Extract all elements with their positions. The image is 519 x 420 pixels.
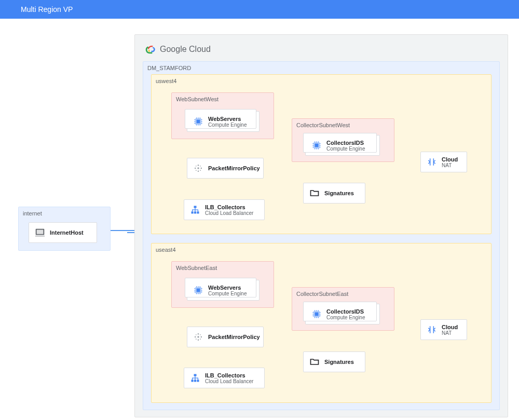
- svg-rect-12: [192, 211, 194, 213]
- svg-point-20: [198, 333, 199, 335]
- svg-rect-18: [197, 289, 200, 292]
- west-collectors: CollectorsIDS Compute Engine: [305, 135, 380, 156]
- load-balancer-icon: [189, 204, 201, 215]
- east-webservers-sub: Compute Engine: [208, 291, 247, 296]
- east-ilb-title: ILB_Collectors: [205, 372, 253, 378]
- east-signatures: Signatures: [303, 351, 365, 372]
- region-west-name: uswest4: [156, 78, 176, 84]
- internet-host-title: InternetHost: [50, 229, 84, 236]
- compute-engine-icon: [311, 308, 322, 320]
- svg-point-8: [200, 166, 201, 167]
- svg-rect-13: [194, 211, 196, 213]
- collector-subnet-east-name: CollectorSubnetEast: [296, 291, 348, 297]
- svg-point-9: [196, 170, 197, 171]
- load-balancer-icon: [189, 372, 201, 384]
- svg-rect-28: [194, 374, 197, 376]
- west-packet-mirror: PacketMirrorPolicy: [187, 158, 264, 179]
- compute-engine-icon: [193, 284, 204, 296]
- svg-point-26: [196, 338, 197, 340]
- google-cloud-logo: Google Cloud: [145, 44, 211, 55]
- compute-engine-icon: [193, 116, 204, 127]
- west-webservers-sub: Compute Engine: [208, 122, 247, 128]
- vpc-name: DM_STAMFORD: [147, 65, 191, 71]
- east-ilb-sub: Cloud Load Balancer: [205, 378, 253, 384]
- svg-point-10: [200, 170, 201, 171]
- west-nat-sub: NAT: [442, 162, 458, 168]
- gcloud-icon: [145, 44, 157, 55]
- internet-label: internet: [23, 210, 42, 216]
- svg-point-5: [195, 168, 196, 169]
- east-collectors: CollectorsIDS Compute Engine: [305, 304, 380, 324]
- east-packet-mirror-title: PacketMirrorPolicy: [208, 334, 260, 340]
- page-header: Multi Region VP: [0, 0, 519, 19]
- svg-point-24: [196, 334, 197, 335]
- svg-point-21: [198, 340, 199, 341]
- svg-rect-11: [194, 206, 197, 208]
- svg-rect-30: [194, 380, 196, 382]
- east-webservers: WebServers Compute Engine: [187, 280, 260, 301]
- svg-point-3: [198, 165, 199, 166]
- folder-icon: [309, 356, 320, 368]
- west-ilb: ILB_Collectors Cloud Load Balancer: [184, 199, 265, 220]
- diagram-canvas: Google Cloud DM_STAMFORD internet Intern…: [0, 19, 519, 420]
- west-webservers-title: WebServers: [208, 116, 247, 122]
- svg-point-22: [195, 336, 196, 338]
- svg-rect-31: [197, 380, 199, 382]
- svg-point-19: [197, 336, 199, 337]
- east-ilb: ILB_Collectors Cloud Load Balancer: [184, 368, 265, 388]
- region-east-name: useast4: [156, 247, 176, 253]
- svg-rect-1: [197, 120, 200, 124]
- east-nat-title: Cloud: [442, 324, 458, 330]
- packet-mirror-icon: [193, 162, 204, 174]
- west-webservers: WebServers Compute Engine: [187, 111, 260, 132]
- cloud-brand: Google Cloud: [160, 45, 211, 54]
- west-collectors-sub: Compute Engine: [326, 146, 365, 152]
- svg-point-2: [197, 167, 199, 169]
- page-title: Multi Region VP: [21, 5, 73, 13]
- west-ilb-title: ILB_Collectors: [205, 204, 253, 210]
- east-collectors-title: CollectorsIDS: [326, 308, 365, 315]
- svg-rect-16: [315, 144, 319, 147]
- west-packet-mirror-title: PacketMirrorPolicy: [208, 165, 260, 171]
- internet-host: InternetHost: [29, 222, 97, 243]
- packet-mirror-icon: [193, 331, 204, 343]
- collector-subnet-west-name: CollectorSubnetWest: [296, 122, 350, 128]
- svg-rect-14: [197, 211, 199, 213]
- web-subnet-west-name: WebSubnetWest: [176, 96, 218, 102]
- svg-rect-33: [315, 313, 319, 316]
- west-signatures: Signatures: [303, 183, 365, 204]
- east-collectors-sub: Compute Engine: [326, 315, 365, 320]
- svg-point-27: [200, 338, 201, 340]
- west-nat: Cloud NAT: [420, 152, 467, 172]
- laptop-icon: [34, 227, 46, 238]
- svg-point-23: [201, 336, 202, 338]
- svg-point-7: [196, 166, 197, 167]
- west-ilb-sub: Cloud Load Balancer: [205, 210, 253, 216]
- cloud-nat-icon: [426, 324, 438, 335]
- svg-point-4: [198, 171, 199, 172]
- west-collectors-title: CollectorsIDS: [326, 140, 365, 146]
- svg-point-25: [200, 334, 201, 335]
- east-webservers-title: WebServers: [208, 284, 247, 291]
- svg-point-6: [201, 168, 202, 169]
- folder-icon: [309, 187, 320, 199]
- east-nat: Cloud NAT: [420, 319, 467, 340]
- west-signatures-title: Signatures: [324, 190, 354, 196]
- east-packet-mirror: PacketMirrorPolicy: [187, 327, 264, 347]
- east-nat-sub: NAT: [442, 330, 458, 336]
- east-signatures-title: Signatures: [324, 359, 354, 365]
- svg-rect-29: [192, 380, 194, 382]
- west-nat-title: Cloud: [442, 156, 458, 162]
- compute-engine-icon: [311, 140, 322, 151]
- cloud-nat-icon: [426, 156, 438, 168]
- web-subnet-east-name: WebSubnetEast: [176, 265, 217, 271]
